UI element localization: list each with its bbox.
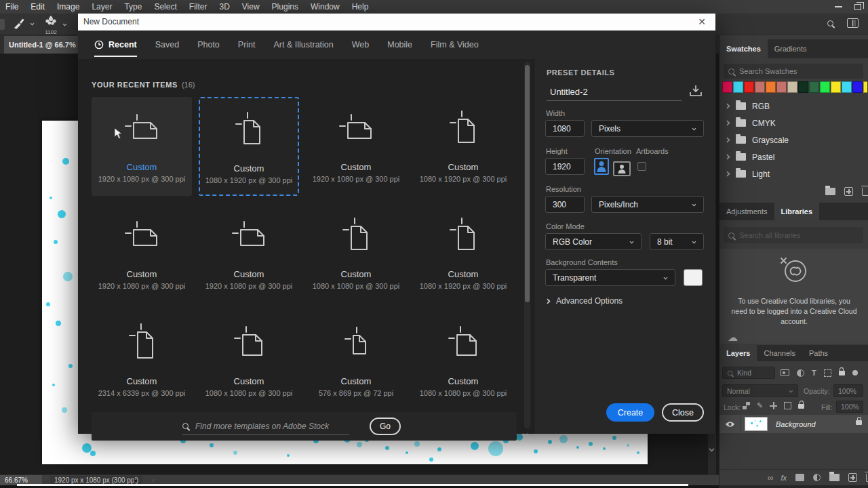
tab-gradients[interactable]: Gradients [768, 39, 814, 58]
document-name-field[interactable]: Untitled-2 [547, 83, 682, 101]
tab-web[interactable]: Web [352, 30, 369, 59]
lock-all-icon[interactable] [798, 404, 804, 409]
template-item[interactable]: Custom 1920 x 1080 px @ 300 ppi [92, 204, 192, 303]
menu-filter[interactable]: Filter [189, 2, 208, 12]
color-swatch[interactable] [863, 81, 867, 93]
filter-shape-layers-icon[interactable] [824, 369, 831, 377]
brush-tool-button[interactable] [12, 16, 35, 30]
filter-toggle-icon[interactable] [852, 370, 858, 375]
tab-recent[interactable]: Recent [94, 30, 137, 59]
color-swatch[interactable] [722, 81, 732, 93]
layer-style-icon[interactable]: fx [781, 474, 787, 482]
template-item[interactable]: Custom 1080 x 1920 px @ 300 ppi [413, 97, 513, 196]
tab-photo[interactable]: Photo [197, 30, 220, 59]
layer-row-background[interactable]: Background [719, 415, 868, 433]
tab-print[interactable]: Print [238, 30, 256, 59]
template-item[interactable]: Custom 1920 x 1080 px @ 300 ppi [306, 97, 406, 196]
workspace-switcher-icon[interactable] [847, 18, 859, 28]
new-adjustment-layer-icon[interactable] [813, 474, 821, 481]
menu-select[interactable]: Select [154, 2, 176, 12]
filter-type-layers-icon[interactable]: T [812, 369, 816, 377]
color-swatch[interactable] [831, 81, 841, 93]
orientation-portrait-button[interactable] [594, 158, 609, 175]
width-unit-dropdown[interactable]: Pixels [591, 120, 704, 137]
document-tab[interactable]: Untitled-1 @ 66.7% (F [4, 36, 79, 54]
swatch-folder-grayscale[interactable]: Grayscale [725, 131, 861, 148]
tab-libraries[interactable]: Libraries [774, 203, 819, 220]
template-item[interactable]: Custom 1080 x 1080 px @ 300 ppi [413, 311, 513, 410]
artboards-checkbox[interactable] [637, 162, 646, 171]
tab-channels[interactable]: Channels [757, 345, 802, 361]
close-button[interactable]: Close [662, 403, 704, 422]
color-swatch[interactable] [852, 81, 863, 93]
lock-transparency-icon[interactable] [743, 402, 750, 409]
new-swatch-icon[interactable] [844, 187, 853, 196]
template-list-scrollbar[interactable] [524, 62, 530, 428]
status-menu-arrow-icon[interactable]: ▸ [134, 476, 138, 484]
template-item[interactable]: Custom 1920 x 1080 px @ 300 ppi [92, 97, 192, 196]
opacity-field[interactable]: 100% [833, 384, 863, 397]
color-mode-dropdown[interactable]: RGB Color [545, 233, 642, 250]
scroll-down-icon[interactable] [709, 447, 715, 452]
lock-position-icon[interactable] [770, 402, 777, 409]
trash-icon[interactable] [862, 188, 868, 196]
filter-pixel-layers-icon[interactable] [781, 369, 789, 376]
layer-visibility-toggle[interactable] [719, 415, 741, 433]
color-swatch[interactable] [820, 81, 830, 93]
lock-artboard-icon[interactable] [784, 402, 791, 409]
filter-adjustment-layers-icon[interactable] [797, 369, 804, 377]
swatch-folder-light[interactable]: Light [725, 165, 861, 182]
bit-depth-dropdown[interactable]: 8 bit [650, 233, 704, 250]
new-layer-icon[interactable] [848, 473, 857, 482]
brush-preset-picker[interactable]: 1102 [43, 15, 67, 35]
template-item-selected[interactable]: Custom 1080 x 1920 px @ 300 ppi [199, 97, 299, 196]
template-item[interactable]: Custom 1920 x 1080 px @ 300 ppi [199, 204, 299, 303]
scrollbar-thumb[interactable] [525, 65, 530, 302]
scroll-left-icon[interactable]: ‹ [152, 476, 154, 484]
color-swatch[interactable] [755, 81, 765, 93]
tab-saved[interactable]: Saved [155, 30, 179, 59]
orientation-landscape-button[interactable] [613, 161, 631, 176]
background-color-swatch[interactable] [684, 269, 703, 286]
menu-layer[interactable]: Layer [92, 2, 112, 12]
menu-type[interactable]: Type [124, 2, 142, 12]
background-contents-dropdown[interactable]: Transparent [545, 269, 675, 286]
scroll-down-icon[interactable] [523, 427, 528, 439]
menu-plugins[interactable]: Plugins [272, 2, 298, 12]
color-swatch[interactable] [787, 81, 797, 93]
stock-search-input[interactable]: Find more templates on Adobe Stock [182, 418, 349, 435]
color-swatch[interactable] [776, 81, 787, 93]
color-swatch[interactable] [798, 81, 808, 93]
resolution-unit-dropdown[interactable]: Pixels/Inch [591, 196, 704, 213]
template-item[interactable]: Custom 1080 x 1920 px @ 300 ppi [413, 204, 513, 303]
template-item[interactable]: Custom 1080 x 1080 px @ 300 ppi [306, 204, 406, 303]
fill-field[interactable]: 100% [836, 401, 863, 413]
libraries-search-input[interactable]: Search all libraries [724, 227, 863, 243]
new-group-icon[interactable] [825, 188, 835, 195]
width-input[interactable]: 1080 [545, 120, 585, 137]
layer-filter-kind-field[interactable]: Kind [722, 367, 775, 379]
color-swatch[interactable] [733, 81, 743, 93]
lock-paint-icon[interactable]: ✎ [757, 401, 763, 410]
layer-thumbnail[interactable] [745, 417, 768, 431]
menu-window[interactable]: Window [311, 2, 340, 12]
link-layers-icon[interactable]: ∞ [768, 473, 772, 483]
tab-swatches[interactable]: Swatches [719, 39, 768, 58]
tab-film-video[interactable]: Film & Video [431, 30, 479, 59]
menu-edit[interactable]: Edit [31, 2, 45, 12]
restore-window-icon[interactable] [854, 4, 861, 10]
menu-file[interactable]: File [5, 2, 18, 12]
tab-adjustments[interactable]: Adjustments [719, 203, 774, 220]
template-item[interactable]: Custom 1080 x 1080 px @ 300 ppi [199, 311, 299, 410]
swatches-search-input[interactable]: Search Swatches [724, 64, 863, 79]
dialog-close-icon[interactable]: ✕ [695, 14, 709, 30]
tab-layers[interactable]: Layers [719, 345, 757, 361]
menu-help[interactable]: Help [352, 2, 369, 12]
search-icon[interactable] [827, 20, 833, 26]
tab-paths[interactable]: Paths [802, 345, 835, 361]
add-layer-mask-icon[interactable] [795, 474, 804, 481]
swatch-folder-cmyk[interactable]: CMYK [725, 115, 861, 131]
blend-mode-dropdown[interactable]: Normal [722, 384, 798, 397]
cloud-sync-icon[interactable]: ☁ [728, 331, 738, 344]
template-item[interactable]: Custom 576 x 869 px @ 72 ppi [306, 311, 406, 410]
